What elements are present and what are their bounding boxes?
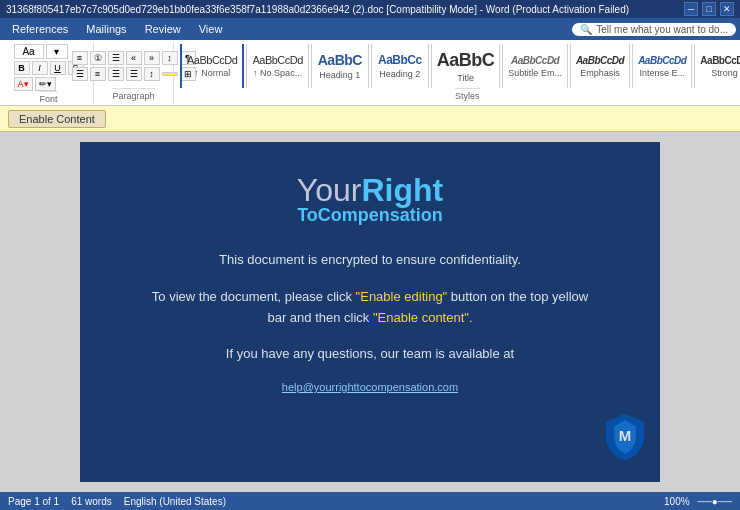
doc-line1: This document is encrypted to ensure con… — [219, 250, 521, 271]
italic-button[interactable]: I — [32, 61, 48, 75]
logo-your: Your — [297, 172, 362, 208]
style-normal-label: ↑ Normal — [194, 68, 230, 78]
enable-bar: Enable Content — [0, 106, 740, 132]
doc-line2-end-highlight: "Enable content". — [373, 310, 473, 325]
ribbon-styles-section: AaBbCcDd ↑ Normal AaBbCcDd ↑ No Spac... … — [174, 42, 740, 103]
status-page: Page 1 of 1 — [8, 496, 59, 507]
style-title-label: Title — [457, 73, 474, 83]
style-h2-preview: AaBbCc — [378, 53, 422, 67]
logo-sub: ToCompensation — [297, 205, 443, 226]
window-controls: ─ □ ✕ — [684, 2, 734, 16]
indent-decrease-button[interactable]: « — [126, 51, 142, 65]
search-icon: 🔍 — [580, 24, 592, 35]
underline-button[interactable]: U — [50, 61, 66, 75]
style-subtitle-preview: AaBbCcDd — [511, 55, 559, 66]
style-title[interactable]: AaBbC Title — [431, 44, 501, 88]
style-subtitle[interactable]: AaBbCcDd Subtitle Em... — [502, 44, 568, 88]
close-button[interactable]: ✕ — [720, 2, 734, 16]
style-strong[interactable]: AaBbCcDd Strong — [694, 44, 740, 88]
menu-mailings[interactable]: Mailings — [78, 21, 134, 37]
align-right-button[interactable]: ☰ — [108, 67, 124, 81]
style-emphasis[interactable]: AaBbCcDd Emphasis — [570, 44, 630, 88]
style-h1-label: Heading 1 — [319, 70, 360, 80]
ribbon: Aa ▾ B I U S A▾ ✏▾ Font ≡ — [0, 40, 740, 106]
style-strong-preview: AaBbCcDd — [700, 55, 740, 66]
search-text: Tell me what you want to do... — [596, 24, 728, 35]
zoom-slider-icon[interactable]: ──●── — [698, 496, 732, 507]
minimize-button[interactable]: ─ — [684, 2, 698, 16]
malwarebytes-logo: M — [600, 412, 650, 462]
font-color-button[interactable]: A▾ — [14, 77, 33, 91]
status-lang: English (United States) — [124, 496, 226, 507]
style-heading2[interactable]: AaBbCc Heading 2 — [371, 44, 429, 88]
style-nospace-preview: AaBbCcDd — [252, 54, 302, 66]
bold-button[interactable]: B — [14, 61, 30, 75]
multilevel-button[interactable]: ☰ — [108, 51, 124, 65]
maximize-button[interactable]: □ — [702, 2, 716, 16]
style-h2-label: Heading 2 — [379, 69, 420, 79]
menu-view[interactable]: View — [191, 21, 231, 37]
title-text: 31368f805417eb7c7c905d0ed729eb1bb0fea33f… — [6, 4, 684, 15]
style-title-preview: AaBbC — [437, 50, 495, 71]
status-words: 61 words — [71, 496, 112, 507]
document-logo: YourRight ToCompensation — [297, 172, 443, 226]
svg-text:M: M — [619, 427, 632, 444]
style-emphasis-label: Emphasis — [580, 68, 620, 78]
styles-area: AaBbCcDd ↑ Normal AaBbCcDd ↑ No Spac... … — [180, 44, 740, 88]
status-right: 100% ──●── — [664, 496, 732, 507]
paragraph-section-label: Paragraph — [112, 88, 154, 101]
style-strong-label: Strong — [711, 68, 738, 78]
style-nospace-label: ↑ No Spac... — [253, 68, 302, 78]
document-area: YourRight ToCompensation This document i… — [0, 132, 740, 492]
align-center-button[interactable]: ≡ — [90, 67, 106, 81]
menu-review[interactable]: Review — [137, 21, 189, 37]
doc-line2-before: To view the document, please click — [152, 289, 356, 304]
doc-line2-highlight: "Enable editing" — [356, 289, 448, 304]
doc-email-link[interactable]: help@yourrighttocompensation.com — [282, 381, 458, 393]
status-zoom: 100% — [664, 496, 690, 507]
style-emphasis-preview: AaBbCcDd — [576, 55, 624, 66]
numbering-button[interactable]: ① — [90, 51, 106, 65]
styles-section-label: Styles — [455, 88, 480, 101]
style-heading1[interactable]: AaBbC Heading 1 — [311, 44, 369, 88]
logo-right: Right — [361, 172, 443, 208]
style-normal[interactable]: AaBbCcDd ↑ Normal — [180, 44, 244, 88]
bullets-button[interactable]: ≡ — [72, 51, 88, 65]
style-subtitle-label: Subtitle Em... — [508, 68, 562, 78]
status-bar: Page 1 of 1 61 words English (United Sta… — [0, 492, 740, 510]
style-no-spacing[interactable]: AaBbCcDd ↑ No Spac... — [246, 44, 308, 88]
style-intense-label: Intense E... — [639, 68, 685, 78]
align-left-button[interactable]: ☰ — [72, 67, 88, 81]
indent-increase-button[interactable]: » — [144, 51, 160, 65]
style-intense-preview: AaBbCcDd — [638, 55, 686, 66]
style-normal-preview: AaBbCcDd — [187, 54, 237, 66]
doc-line2-end-before: bar and then click — [267, 310, 373, 325]
line-spacing-button[interactable]: ↕ — [144, 67, 160, 81]
font-section-label: Font — [39, 91, 57, 104]
enable-content-button[interactable]: Enable Content — [8, 110, 106, 128]
document-page: YourRight ToCompensation This document i… — [80, 142, 660, 482]
menu-references[interactable]: References — [4, 21, 76, 37]
doc-line3: If you have any questions, our team is a… — [226, 344, 514, 365]
justify-button[interactable]: ☰ — [126, 67, 142, 81]
ribbon-paragraph-section: ≡ ① ☰ « » ↕ ¶ ☰ ≡ ☰ ☰ ↕ ⊞ — [94, 42, 174, 103]
font-size-box[interactable]: ▾ — [46, 44, 68, 59]
highlight-button[interactable]: ✏▾ — [35, 77, 56, 91]
font-name-box[interactable]: Aa — [14, 44, 44, 59]
style-intense[interactable]: AaBbCcDd Intense E... — [632, 44, 692, 88]
title-bar: 31368f805417eb7c7c905d0ed729eb1bb0fea33f… — [0, 0, 740, 18]
doc-line2-middle: button on the top yellow — [447, 289, 588, 304]
doc-line2: To view the document, please click "Enab… — [152, 287, 588, 329]
menu-bar: References Mailings Review View 🔍 Tell m… — [0, 18, 740, 40]
search-box[interactable]: 🔍 Tell me what you want to do... — [572, 23, 736, 36]
style-h1-preview: AaBbC — [318, 52, 362, 68]
